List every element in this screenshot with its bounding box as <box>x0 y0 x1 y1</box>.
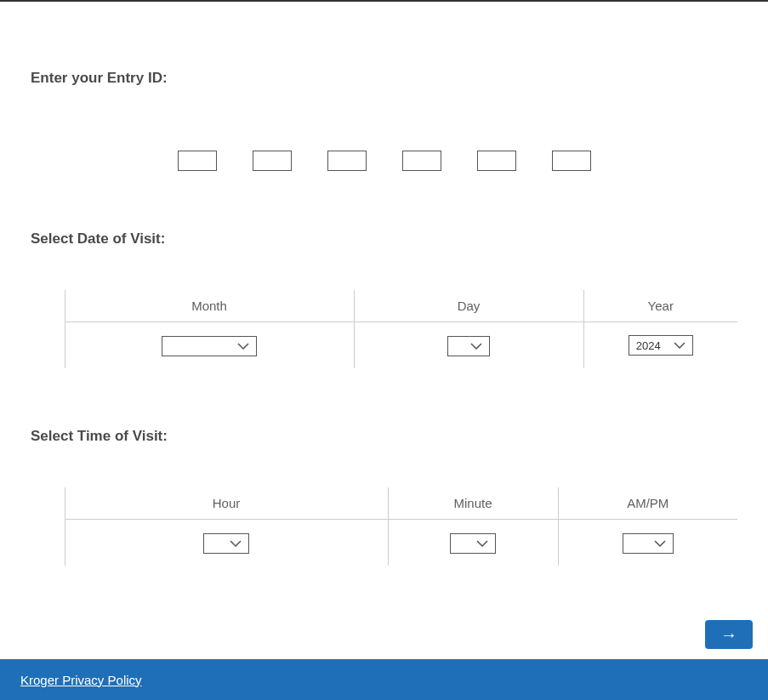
time-table: Hour Minute AM/PM <box>31 487 737 566</box>
hour-select[interactable] <box>203 533 249 554</box>
entry-id-field-2[interactable] <box>253 151 292 171</box>
chevron-down-icon <box>230 540 242 547</box>
chevron-down-icon <box>237 343 249 350</box>
hour-header: Hour <box>65 487 388 520</box>
day-select[interactable] <box>447 336 490 356</box>
chevron-down-icon <box>654 540 666 547</box>
entry-id-row <box>31 151 737 171</box>
arrow-right-icon: → <box>720 625 737 645</box>
chevron-down-icon <box>674 342 686 349</box>
entry-id-field-5[interactable] <box>477 151 516 171</box>
entry-id-field-3[interactable] <box>327 151 367 171</box>
date-table: Month Day Year <box>31 290 737 368</box>
day-header: Day <box>354 290 583 322</box>
minute-select[interactable] <box>450 533 496 554</box>
chevron-down-icon <box>476 540 488 547</box>
month-select[interactable] <box>162 336 257 356</box>
year-header: Year <box>583 290 737 322</box>
footer: Kroger Privacy Policy <box>0 659 768 700</box>
year-select[interactable]: 2024 <box>629 335 693 356</box>
date-of-visit-label: Select Date of Visit: <box>31 230 737 248</box>
entry-id-field-6[interactable] <box>552 151 591 171</box>
month-header: Month <box>65 290 354 322</box>
time-of-visit-label: Select Time of Visit: <box>31 428 737 445</box>
year-select-value: 2024 <box>636 339 674 352</box>
chevron-down-icon <box>470 343 482 350</box>
entry-id-field-4[interactable] <box>402 151 441 171</box>
ampm-select[interactable] <box>623 533 674 554</box>
privacy-policy-link[interactable]: Kroger Privacy Policy <box>20 673 142 687</box>
entry-id-label: Enter your Entry ID: <box>31 70 737 87</box>
next-button[interactable]: → <box>705 620 753 649</box>
ampm-header: AM/PM <box>558 487 737 520</box>
minute-header: Minute <box>388 487 558 520</box>
entry-id-field-1[interactable] <box>178 151 217 171</box>
